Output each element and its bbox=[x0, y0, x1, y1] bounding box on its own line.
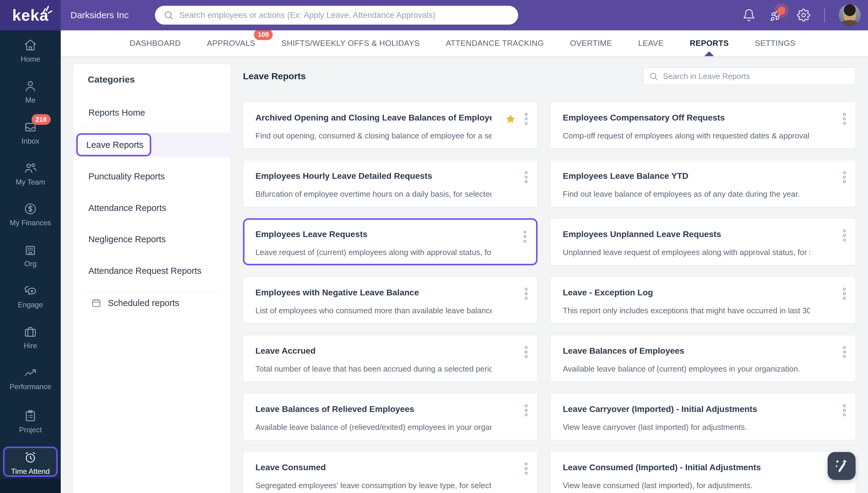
my-finances-icon bbox=[23, 202, 37, 216]
tab-shifts-weekly-offs-holidays[interactable]: SHIFTS/WEEKLY OFFS & HOLIDAYS bbox=[281, 30, 419, 56]
report-card-leave-consumed-imported-initial-adjustments[interactable]: Leave Consumed (Imported) - Initial Adju… bbox=[550, 451, 856, 493]
card-menu-button[interactable] bbox=[843, 287, 846, 300]
hire-icon bbox=[23, 325, 37, 339]
report-card-title: Employees Unplanned Leave Requests bbox=[563, 230, 810, 239]
card-menu-button[interactable] bbox=[843, 404, 846, 417]
sidebar-item-label: Home bbox=[21, 55, 40, 63]
whats-new-button[interactable] bbox=[769, 8, 783, 22]
search-icon bbox=[649, 72, 658, 81]
report-card-title: Employees with Negative Leave Balance bbox=[255, 288, 492, 298]
sidebar-item-time-attend[interactable]: Time Attend bbox=[0, 450, 61, 475]
category-item-negligence-reports[interactable]: Negligence Reports bbox=[73, 230, 231, 248]
report-card-employees-unplanned-leave-requests[interactable]: Employees Unplanned Leave RequestsUnplan… bbox=[550, 218, 856, 265]
report-card-employees-leave-balance-ytd[interactable]: Employees Leave Balance YTDFind out leav… bbox=[550, 160, 856, 207]
global-search-input[interactable] bbox=[179, 10, 510, 20]
report-card-description: View leave consumed (last imported), for… bbox=[563, 481, 810, 490]
calendar-icon bbox=[91, 298, 102, 308]
report-card-employees-with-negative-leave-balance[interactable]: Employees with Negative Leave BalanceLis… bbox=[243, 277, 537, 324]
report-search[interactable] bbox=[643, 67, 856, 85]
search-icon bbox=[163, 10, 174, 20]
card-menu-button[interactable] bbox=[524, 112, 528, 125]
search-icon bbox=[163, 10, 174, 20]
tab-overtime[interactable]: OVERTIME bbox=[570, 30, 612, 56]
favorite-star-icon[interactable] bbox=[505, 113, 516, 125]
global-settings-button[interactable] bbox=[797, 8, 810, 22]
card-actions bbox=[843, 404, 846, 417]
report-search-input[interactable] bbox=[663, 72, 850, 81]
report-card-description: This report only includes exceptions tha… bbox=[563, 306, 810, 316]
category-item-attendance-reports[interactable]: Attendance Reports bbox=[73, 199, 231, 217]
category-item-leave-reports[interactable]: Leave Reports bbox=[76, 133, 151, 156]
sidebar-item-my-team[interactable]: My Team bbox=[0, 161, 61, 186]
card-menu-button[interactable] bbox=[843, 345, 846, 359]
report-card-leave-carryover-imported-initial-adjustments[interactable]: Leave Carryover (Imported) - Initial Adj… bbox=[550, 393, 856, 440]
report-card-title: Leave Consumed bbox=[255, 463, 492, 472]
card-menu-button[interactable] bbox=[843, 112, 846, 125]
notifications-button[interactable] bbox=[742, 8, 756, 22]
report-card-leave-exception-log[interactable]: Leave - Exception LogThis report only in… bbox=[550, 277, 856, 324]
category-item-attendance-request-reports[interactable]: Attendance Request Reports bbox=[73, 262, 231, 280]
me-icon bbox=[23, 79, 37, 93]
card-menu-button[interactable] bbox=[524, 171, 528, 184]
scheduled-reports-item[interactable]: Scheduled reports bbox=[73, 294, 231, 312]
report-card-employees-leave-requests[interactable]: Employees Leave RequestsLeave request of… bbox=[243, 218, 537, 265]
keka-logo-spark-icon bbox=[41, 4, 53, 16]
sidebar-item-inbox[interactable]: Inbox218 bbox=[0, 120, 61, 145]
sidebar-item-home[interactable]: Home bbox=[0, 38, 61, 63]
card-menu-button[interactable] bbox=[523, 230, 527, 243]
tab-reports[interactable]: REPORTS bbox=[690, 30, 728, 56]
tab-dashboard[interactable]: DASHBOARD bbox=[130, 30, 181, 56]
tab-attendance-tracking[interactable]: ATTENDANCE TRACKING bbox=[446, 30, 544, 56]
card-menu-button[interactable] bbox=[524, 404, 528, 417]
card-menu-button[interactable] bbox=[524, 345, 528, 359]
category-item-punctuality-reports[interactable]: Punctuality Reports bbox=[73, 167, 231, 186]
sidebar-item-performance[interactable]: Performance bbox=[0, 366, 61, 391]
tab-settings[interactable]: SETTINGS bbox=[755, 30, 796, 56]
report-card-title: Employees Compensatory Off Requests bbox=[563, 113, 810, 123]
sidebar-item-my-finances[interactable]: My Finances bbox=[0, 202, 61, 227]
report-card-leave-balances-of-relieved-employees[interactable]: Leave Balances of Relieved EmployeesAvai… bbox=[243, 393, 537, 440]
card-menu-button[interactable] bbox=[843, 229, 846, 242]
card-menu-button[interactable] bbox=[843, 171, 846, 184]
report-card-description: Find out opening, consumed & closing bal… bbox=[255, 131, 492, 141]
magic-wand-button[interactable] bbox=[828, 452, 855, 480]
card-actions bbox=[523, 230, 527, 243]
keka-logo[interactable]: keka bbox=[0, 0, 61, 30]
report-card-archived-opening-and-closing-leave-balances-of-employees[interactable]: Archived Opening and Closing Leave Balan… bbox=[243, 102, 537, 149]
tab-approvals[interactable]: APPROVALS108 bbox=[207, 30, 255, 56]
sidebar-item-engage[interactable]: Engage bbox=[0, 284, 61, 309]
company-name: Darksiders Inc bbox=[70, 10, 129, 20]
report-card-employees-hourly-leave-detailed-requests[interactable]: Employees Hourly Leave Detailed Requests… bbox=[243, 160, 537, 207]
sidebar-item-project[interactable]: Project bbox=[0, 409, 61, 434]
report-card-title: Leave Accrued bbox=[255, 346, 492, 356]
report-card-description: Unplanned leave request of employees alo… bbox=[563, 248, 810, 257]
report-card-employees-compensatory-off-requests[interactable]: Employees Compensatory Off RequestsComp-… bbox=[550, 102, 856, 149]
home-icon bbox=[23, 38, 37, 52]
sidebar-item-hire[interactable]: Hire bbox=[0, 325, 61, 350]
sidebar-item-label: Project bbox=[19, 426, 42, 434]
sidebar-item-org[interactable]: Org bbox=[0, 243, 61, 268]
user-avatar[interactable] bbox=[839, 4, 861, 26]
report-card-leave-consumed[interactable]: Leave ConsumedSegregated employees' leav… bbox=[243, 451, 537, 493]
sidebar-item-label: My Finances bbox=[10, 219, 51, 227]
app-root: keka Darksiders Inc DASHBOARDAPPROVALS10… bbox=[0, 0, 868, 493]
sidebar-item-me[interactable]: Me bbox=[0, 79, 61, 104]
report-card-description: List of employees who consumed more than… bbox=[255, 306, 492, 316]
topbar: keka Darksiders Inc bbox=[0, 0, 868, 30]
categories-panel: Categories Reports HomeLeave ReportsPunc… bbox=[73, 64, 231, 493]
card-actions bbox=[505, 112, 528, 125]
tab-leave[interactable]: LEAVE bbox=[638, 30, 663, 56]
approvals-count-badge: 108 bbox=[254, 29, 273, 40]
card-menu-button[interactable] bbox=[524, 287, 528, 300]
report-card-title: Employees Leave Requests bbox=[255, 230, 492, 239]
gear-icon bbox=[797, 8, 810, 22]
card-menu-button[interactable] bbox=[524, 462, 528, 475]
category-item-reports-home[interactable]: Reports Home bbox=[73, 104, 231, 122]
sidebar-item-label: Performance bbox=[9, 383, 51, 391]
bell-icon bbox=[742, 8, 756, 22]
card-actions bbox=[524, 171, 528, 184]
report-card-title: Leave Consumed (Imported) - Initial Adju… bbox=[563, 463, 810, 472]
report-card-leave-balances-of-employees[interactable]: Leave Balances of EmployeesAvailable lea… bbox=[550, 335, 856, 382]
report-card-leave-accrued[interactable]: Leave AccruedTotal number of leave that … bbox=[243, 335, 537, 382]
global-search[interactable] bbox=[155, 6, 518, 25]
